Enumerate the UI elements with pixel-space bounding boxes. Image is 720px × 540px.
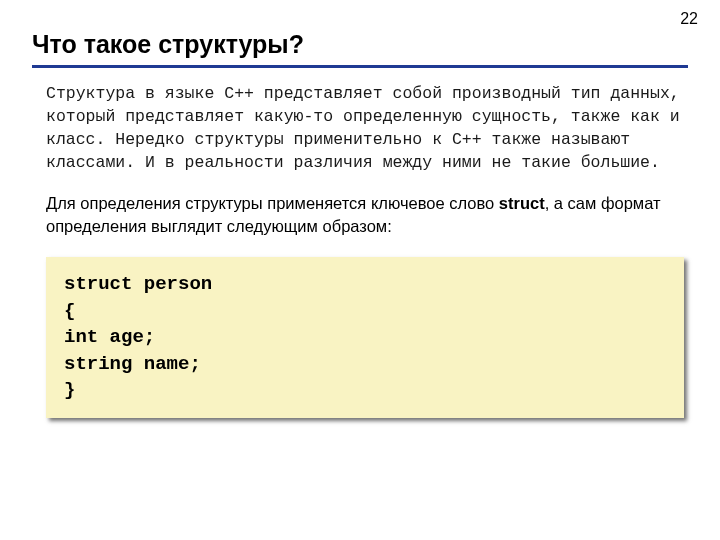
definition-paragraph: Для определения структуры применяется кл… xyxy=(46,192,684,237)
definition-text-before: Для определения структуры применяется кл… xyxy=(46,194,499,212)
code-example: struct person { int age; string name; } xyxy=(46,257,684,418)
slide-title: Что такое структуры? xyxy=(0,0,720,65)
keyword-struct: struct xyxy=(499,194,545,212)
intro-paragraph: Структура в языке C++ представляет собой… xyxy=(46,82,684,174)
slide-body: Структура в языке C++ представляет собой… xyxy=(0,68,720,237)
page-number: 22 xyxy=(680,10,698,28)
